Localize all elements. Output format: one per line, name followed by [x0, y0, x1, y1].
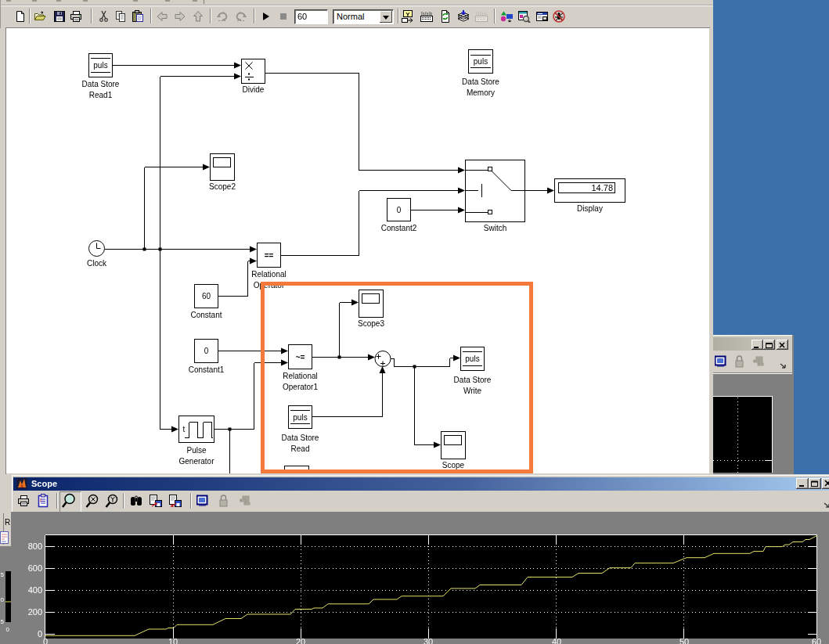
- svg-text:Constant2: Constant2: [381, 224, 417, 232]
- svg-text:40: 40: [552, 637, 561, 644]
- svg-text:==: ==: [265, 251, 274, 260]
- svg-text:200: 200: [28, 607, 42, 617]
- svg-text:14.78: 14.78: [591, 183, 613, 192]
- svg-text:0: 0: [38, 629, 42, 639]
- svg-text:0: 0: [43, 637, 48, 644]
- svg-text:Data Store: Data Store: [462, 77, 499, 86]
- svg-text:20: 20: [296, 637, 305, 644]
- svg-text:Relational: Relational: [251, 270, 286, 279]
- svg-text:800: 800: [28, 541, 42, 551]
- svg-text:Display: Display: [577, 204, 603, 213]
- svg-text:Pulse: Pulse: [186, 446, 206, 455]
- svg-text:Data Store: Data Store: [82, 80, 120, 88]
- svg-text:0: 0: [6, 626, 10, 633]
- svg-text:Operator1: Operator1: [283, 383, 318, 391]
- svg-text:10: 10: [168, 637, 178, 644]
- svg-text:400: 400: [28, 585, 42, 595]
- svg-text:30: 30: [424, 637, 433, 644]
- svg-text:5: 5: [1, 618, 5, 625]
- svg-text:Read: Read: [291, 444, 310, 453]
- svg-text:puls: puls: [93, 61, 107, 70]
- svg-text:~=: ~=: [296, 353, 305, 362]
- svg-text:Constant1: Constant1: [189, 365, 225, 374]
- svg-text:puls: puls: [293, 413, 307, 422]
- svg-text:Write: Write: [463, 387, 482, 395]
- svg-text:Relational: Relational: [283, 372, 317, 380]
- svg-text:0: 0: [1, 596, 5, 603]
- svg-text:0: 0: [397, 206, 402, 214]
- svg-text:600: 600: [28, 563, 42, 573]
- svg-text:Generator: Generator: [178, 457, 214, 466]
- svg-text:Scope3: Scope3: [358, 319, 384, 328]
- svg-text:Clock: Clock: [87, 259, 107, 268]
- svg-text:Scope2: Scope2: [209, 182, 236, 191]
- svg-text:60: 60: [202, 292, 211, 300]
- svg-text:50: 50: [679, 637, 689, 644]
- svg-text:Scope: Scope: [442, 461, 465, 470]
- svg-text:Constant: Constant: [190, 311, 222, 319]
- svg-text:5: 5: [1, 571, 5, 578]
- svg-text:Data Store: Data Store: [282, 434, 319, 442]
- svg-text:Data Store: Data Store: [454, 376, 492, 384]
- svg-text:Memory: Memory: [467, 88, 495, 97]
- svg-text:Switch: Switch: [484, 224, 506, 232]
- svg-text:0: 0: [204, 347, 209, 355]
- svg-text:60: 60: [812, 637, 821, 644]
- svg-text:t: t: [183, 425, 186, 434]
- svg-text:puls: puls: [474, 57, 488, 66]
- svg-text:Read1: Read1: [89, 91, 113, 99]
- svg-text:puls: puls: [465, 354, 479, 363]
- svg-text:Y: Y: [405, 11, 410, 18]
- svg-text:Divide: Divide: [243, 85, 265, 94]
